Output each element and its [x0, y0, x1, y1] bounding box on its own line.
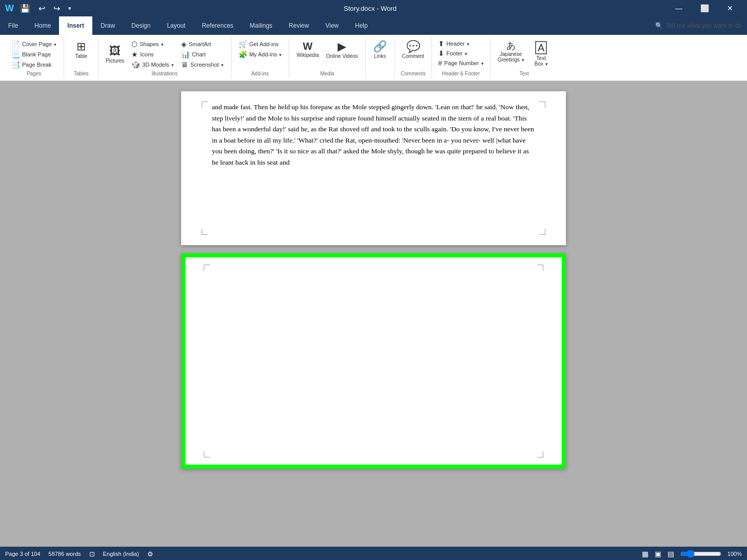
links-btn[interactable]: 🔗 Links	[370, 39, 390, 61]
ribbon-content: 📄 Cover Page ▾ 📃 Blank Page 📑 Page Break…	[0, 35, 747, 81]
view-web-icon[interactable]: ▤	[667, 550, 674, 558]
save-quick-btn[interactable]: 💾	[18, 3, 32, 14]
text-group: あ JapaneseGreetings ▾ A TextBox ▾ Text	[490, 37, 558, 78]
view-normal-icon[interactable]: ▦	[642, 550, 648, 558]
tab-design[interactable]: Design	[123, 16, 159, 35]
blank-corner-tl	[204, 265, 210, 271]
header-footer-group: ⬆ Header ▾ ⬇ Footer ▾ # Page Number ▾ He…	[432, 37, 490, 78]
corner-br	[539, 229, 545, 235]
tab-file[interactable]: File	[0, 16, 26, 35]
maximize-btn[interactable]: ⬜	[693, 0, 716, 16]
text-buttons: あ JapaneseGreetings ▾ A TextBox ▾	[495, 39, 554, 70]
corner-tr	[539, 102, 545, 108]
smartart-btn[interactable]: ◈ SmartArt	[178, 39, 227, 49]
smartart-icon: ◈	[181, 40, 187, 48]
pages-vertical: 📄 Cover Page ▾ 📃 Blank Page 📑 Page Break	[8, 39, 60, 70]
pictures-btn[interactable]: 🖼 Pictures	[103, 44, 127, 66]
comments-group: 💬 Comment Comments	[395, 37, 432, 78]
tab-review[interactable]: Review	[281, 16, 317, 35]
links-group: 🔗 Links	[366, 37, 395, 78]
page-number-btn[interactable]: # Page Number ▾	[436, 58, 486, 68]
icons-btn[interactable]: ★ Icons	[128, 49, 177, 59]
header-btn[interactable]: ⬆ Header ▾	[436, 39, 486, 48]
pictures-icon: 🖼	[109, 46, 121, 57]
tell-me-input[interactable]: 🔍 Tell me what you want to do	[650, 16, 747, 35]
title-left: W 💾 ↩ ↪ ▾	[5, 3, 73, 14]
word-logo-icon: W	[5, 3, 14, 14]
tab-view[interactable]: View	[317, 16, 347, 35]
tab-layout[interactable]: Layout	[159, 16, 193, 35]
shapes-icons-group: ⬡ Shapes ▾ ★ Icons 🎲 3D Models ▾	[128, 39, 177, 70]
get-addins-btn[interactable]: 🛒 Get Add-ins	[235, 39, 285, 49]
addins-group: 🛒 Get Add-ins 🧩 My Add-ins ▾ Add-ins	[231, 37, 289, 78]
icons-icon: ★	[131, 50, 138, 58]
word-count: 58786 words	[49, 551, 81, 557]
close-btn[interactable]: ✕	[718, 0, 742, 16]
wikipedia-btn[interactable]: W Wikipedia	[293, 39, 322, 60]
qa-dropdown-btn[interactable]: ▾	[66, 4, 73, 13]
text-box-icon: A	[535, 41, 547, 54]
3d-models-icon: 🎲	[131, 61, 140, 69]
header-icon: ⬆	[438, 39, 444, 48]
title-text: Story.docx - Word	[73, 5, 667, 12]
window-controls: — ⬜ ✕	[667, 0, 742, 16]
tab-draw[interactable]: Draw	[92, 16, 123, 35]
japanese-greetings-icon: あ	[506, 41, 516, 50]
pages-buttons: 📄 Cover Page ▾ 📃 Blank Page 📑 Page Break	[8, 39, 60, 70]
footer-icon: ⬇	[438, 49, 444, 57]
illustrations-group: 🖼 Pictures ⬡ Shapes ▾ ★ Icons 🎲 3D Model…	[99, 37, 231, 78]
my-addins-btn[interactable]: 🧩 My Add-ins ▾	[235, 49, 285, 59]
online-videos-icon: ▶	[338, 41, 346, 52]
blank-corner-tr	[537, 265, 543, 271]
blank-page-icon: 📃	[11, 50, 20, 58]
cover-page-btn[interactable]: 📄 Cover Page ▾	[8, 39, 60, 49]
ribbon: File Home Insert Draw Design Layout Refe…	[0, 16, 747, 81]
pages-label: Pages	[8, 70, 60, 76]
page-content[interactable]: and made fast. Then he held up his forep…	[181, 91, 566, 173]
footer-btn[interactable]: ⬇ Footer ▾	[436, 49, 486, 58]
text-box-btn[interactable]: A TextBox ▾	[528, 39, 554, 69]
zoom-slider[interactable]	[680, 550, 721, 558]
language: English (India)	[103, 551, 139, 557]
document-area[interactable]: and made fast. Then he held up his forep…	[0, 81, 747, 547]
blank-page-btn[interactable]: 📃 Blank Page	[8, 49, 60, 59]
tab-home[interactable]: Home	[26, 16, 59, 35]
comment-btn[interactable]: 💬 Comment	[399, 39, 427, 61]
tab-mailings[interactable]: Mailings	[242, 16, 281, 35]
view-reading-icon[interactable]: ▣	[655, 550, 661, 558]
search-icon: 🔍	[655, 22, 663, 29]
chart-icon: 📊	[181, 50, 190, 58]
page-number-icon: #	[438, 59, 442, 67]
tables-buttons: ⊞ Table	[68, 39, 94, 70]
media-label: Media	[293, 70, 361, 76]
screenshot-icon: 🖥	[181, 61, 188, 69]
japanese-greetings-btn[interactable]: あ JapaneseGreetings ▾	[495, 39, 527, 65]
tab-references[interactable]: References	[193, 16, 241, 35]
minimize-btn[interactable]: —	[667, 0, 691, 16]
wikipedia-icon: W	[303, 41, 312, 51]
header-footer-buttons: ⬆ Header ▾ ⬇ Footer ▾ # Page Number ▾	[436, 39, 486, 70]
redo-quick-btn[interactable]: ↪	[51, 3, 62, 14]
text-box-status-icon: ⊡	[89, 550, 95, 558]
tab-help[interactable]: Help	[347, 16, 376, 35]
corner-bl	[202, 229, 208, 235]
online-videos-btn[interactable]: ▶ Online Videos	[323, 39, 361, 61]
table-btn[interactable]: ⊞ Table	[68, 39, 94, 61]
screenshot-btn[interactable]: 🖥 Screenshot ▾	[178, 59, 227, 70]
comment-icon: 💬	[406, 41, 420, 52]
3d-models-btn[interactable]: 🎲 3D Models ▾	[128, 59, 177, 70]
shapes-btn[interactable]: ⬡ Shapes ▾	[128, 39, 177, 49]
hf-vertical: ⬆ Header ▾ ⬇ Footer ▾ # Page Number ▾	[436, 39, 486, 68]
zoom-level: 100%	[728, 551, 742, 557]
media-group: W Wikipedia ▶ Online Videos Media	[289, 37, 365, 78]
header-footer-label: Header & Footer	[436, 70, 486, 76]
page-top: and made fast. Then he held up his forep…	[181, 91, 566, 245]
chart-btn[interactable]: 📊 Chart	[178, 49, 227, 59]
cover-page-icon: 📄	[11, 40, 20, 48]
undo-quick-btn[interactable]: ↩	[36, 3, 47, 14]
corner-tl	[202, 102, 208, 108]
document-text[interactable]: and made fast. Then he held up his forep…	[212, 102, 535, 168]
page-break-btn[interactable]: 📑 Page Break	[8, 59, 60, 70]
tab-insert[interactable]: Insert	[59, 16, 92, 35]
blank-corner-bl	[204, 451, 210, 457]
